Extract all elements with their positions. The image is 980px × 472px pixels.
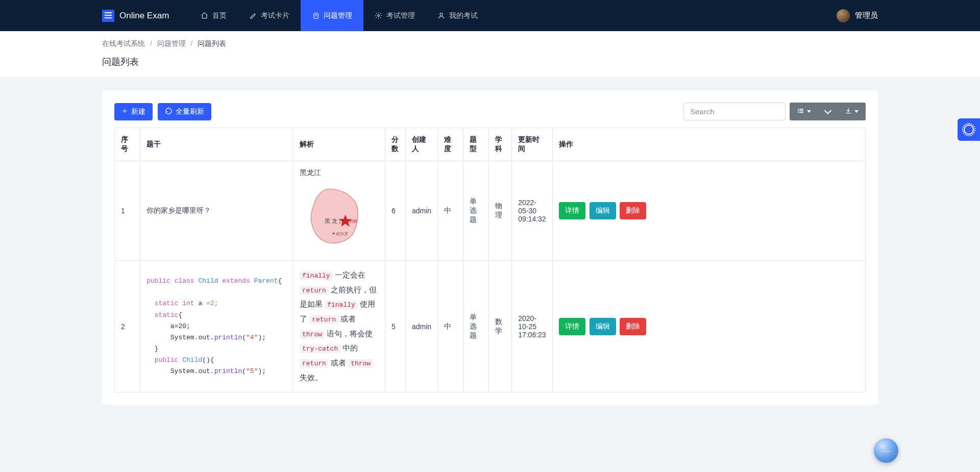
gear-small-icon: [375, 12, 382, 19]
th-stem[interactable]: 题干: [140, 128, 293, 161]
th-analysis[interactable]: 解析: [293, 128, 385, 161]
crumb-root[interactable]: 在线考试系统: [102, 39, 145, 47]
nav-label: 考试卡片: [261, 11, 289, 20]
note-icon: [312, 12, 320, 19]
cell-difficulty: 中: [438, 161, 463, 261]
btn-label: 全量刷新: [176, 107, 204, 116]
page-title: 问题列表: [102, 57, 139, 67]
th-score[interactable]: 分数: [385, 128, 406, 161]
refresh-button[interactable]: 全量刷新: [158, 103, 211, 120]
search-input[interactable]: [683, 103, 786, 120]
cell-subject: 物理: [489, 161, 512, 261]
chevron-down-icon: [824, 107, 831, 114]
nav-question-mgmt[interactable]: 问题管理: [301, 0, 363, 31]
edit-button[interactable]: 编辑: [590, 318, 616, 335]
svg-text:哈尔滨: 哈尔滨: [336, 232, 348, 236]
cell-creator: admin: [406, 161, 438, 261]
crumb-sep: /: [150, 39, 152, 47]
cell-updated: 2022-05-30 09:14:32: [512, 161, 552, 261]
cell-score: 5: [385, 261, 406, 392]
nav-items: 首页 考试卡片 问题管理 考试管理: [189, 0, 489, 31]
svg-rect-7: [798, 112, 799, 113]
user-name: 管理员: [855, 11, 878, 20]
nav-label: 考试管理: [386, 11, 415, 20]
th-subject[interactable]: 学科: [489, 128, 512, 161]
settings-drawer-toggle[interactable]: [958, 118, 980, 141]
user-icon: [437, 12, 445, 19]
cell-analysis: finally 一定会在 return 之前执行，但是如果 finally 使用…: [293, 261, 385, 392]
nav-user[interactable]: 管理员: [837, 9, 878, 22]
new-button[interactable]: 新建: [114, 103, 153, 120]
th-seq[interactable]: 序号: [115, 128, 140, 161]
nav-label: 我的考试: [449, 11, 478, 20]
svg-rect-8: [799, 112, 803, 113]
plus-icon: [121, 108, 128, 116]
edit-button[interactable]: 编辑: [590, 202, 616, 219]
pencil-icon: [249, 12, 257, 19]
toolbar-button-group: [790, 103, 866, 120]
th-qtype[interactable]: 题型: [463, 128, 489, 161]
app-name: Online Exam: [119, 11, 169, 21]
svg-point-1: [378, 15, 380, 17]
cell-score: 6: [385, 161, 406, 261]
cell-seq: 2: [115, 261, 140, 392]
expand-button[interactable]: [818, 103, 838, 120]
question-table: 序号 题干 解析 分数 创建人 难度 题型 学科 更新时间 操作 1 你的家乡是…: [114, 128, 866, 392]
th-updated[interactable]: 更新时间: [512, 128, 552, 161]
th-difficulty[interactable]: 难度: [438, 128, 463, 161]
nav-home[interactable]: 首页: [189, 0, 238, 31]
svg-text:鹤岗: 鹤岗: [349, 218, 357, 223]
crumb-current: 问题列表: [198, 39, 226, 47]
crumb-section[interactable]: 问题管理: [157, 39, 186, 47]
th-action: 操作: [552, 128, 865, 161]
nav-exam-card[interactable]: 考试卡片: [238, 0, 301, 31]
crumb-sep: /: [191, 39, 193, 47]
analysis-label: 黑龙江: [300, 168, 379, 178]
logo-icon: [102, 10, 114, 22]
svg-rect-6: [799, 110, 803, 111]
delete-button[interactable]: 删除: [620, 202, 646, 219]
cell-creator: admin: [406, 261, 438, 392]
refresh-icon: [165, 107, 173, 116]
nav-label: 首页: [212, 11, 227, 20]
app-logo[interactable]: Online Exam: [102, 10, 169, 22]
svg-rect-4: [799, 109, 803, 110]
cell-analysis: 黑龙江 黑 龙 江 鹤岗 哈尔滨: [293, 161, 385, 261]
page-content: 在线考试系统 / 问题管理 / 问题列表 问题列表 新建 全量刷新: [0, 31, 980, 405]
gear-icon: [964, 125, 974, 135]
detail-button[interactable]: 详情: [559, 202, 585, 219]
delete-button[interactable]: 删除: [620, 318, 646, 335]
cell-actions: 详情 编辑 删除: [552, 261, 865, 392]
caret-down-icon: [854, 110, 859, 113]
svg-point-12: [332, 232, 334, 234]
th-creator[interactable]: 创建人: [406, 128, 438, 161]
caret-down-icon: [807, 110, 811, 113]
export-button[interactable]: [838, 103, 866, 120]
download-icon: [845, 107, 852, 116]
home-icon: [201, 12, 208, 19]
breadcrumb: 在线考试系统 / 问题管理 / 问题列表: [0, 31, 980, 53]
list-icon: [797, 108, 804, 116]
cell-stem: public class Child extends Parent{ stati…: [140, 261, 293, 392]
cell-actions: 详情 编辑 删除: [552, 161, 865, 261]
avatar: [837, 9, 850, 22]
table-header-row: 序号 题干 解析 分数 创建人 难度 题型 学科 更新时间 操作: [115, 128, 866, 161]
svg-rect-3: [798, 109, 799, 110]
columns-button[interactable]: [790, 103, 818, 120]
cell-qtype: 单选题: [463, 261, 489, 392]
page-title-wrap: 问题列表: [0, 53, 980, 77]
nav-exam-mgmt[interactable]: 考试管理: [363, 0, 426, 31]
cell-subject: 数学: [489, 261, 512, 392]
code-block: public class Child extends Parent{ stati…: [146, 276, 287, 377]
btn-label: 新建: [131, 107, 145, 116]
toolbar-right: [683, 103, 866, 120]
svg-point-2: [440, 13, 443, 16]
detail-button[interactable]: 详情: [559, 318, 585, 335]
nav-my-exam[interactable]: 我的考试: [426, 0, 489, 31]
cell-stem: 你的家乡是哪里呀？: [140, 161, 293, 261]
cell-seq: 1: [115, 161, 140, 261]
list-card: 新建 全量刷新: [102, 90, 878, 405]
toolbar-left: 新建 全量刷新: [114, 103, 211, 120]
analysis-text: finally 一定会在 return 之前执行，但是如果 finally 使用…: [300, 268, 379, 385]
cell-updated: 2020-10-25 17:06:23: [512, 261, 552, 392]
